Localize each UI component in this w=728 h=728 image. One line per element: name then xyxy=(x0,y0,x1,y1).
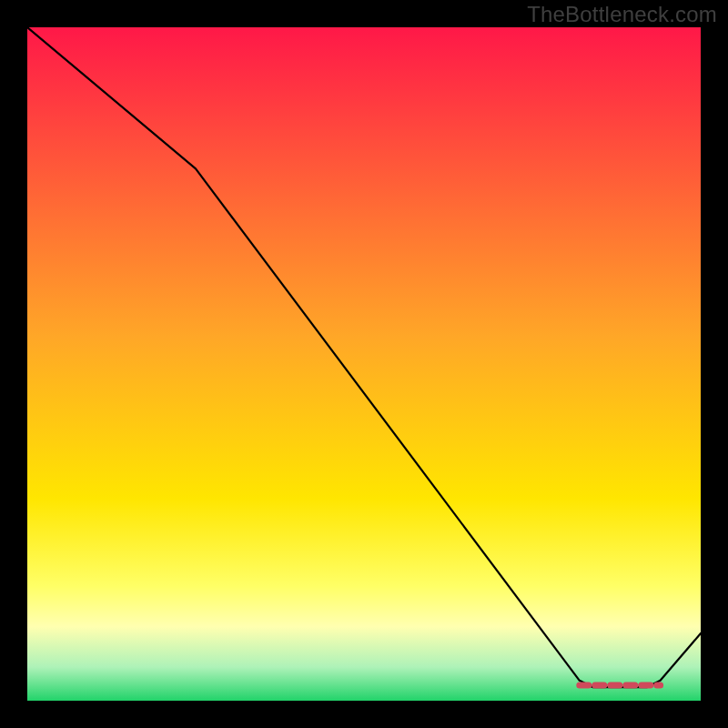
chart-frame: TheBottleneck.com xyxy=(0,0,728,728)
gradient-rect xyxy=(27,27,701,701)
chart-svg xyxy=(27,27,701,701)
watermark-text: TheBottleneck.com xyxy=(527,2,717,27)
plot-area xyxy=(27,27,701,701)
